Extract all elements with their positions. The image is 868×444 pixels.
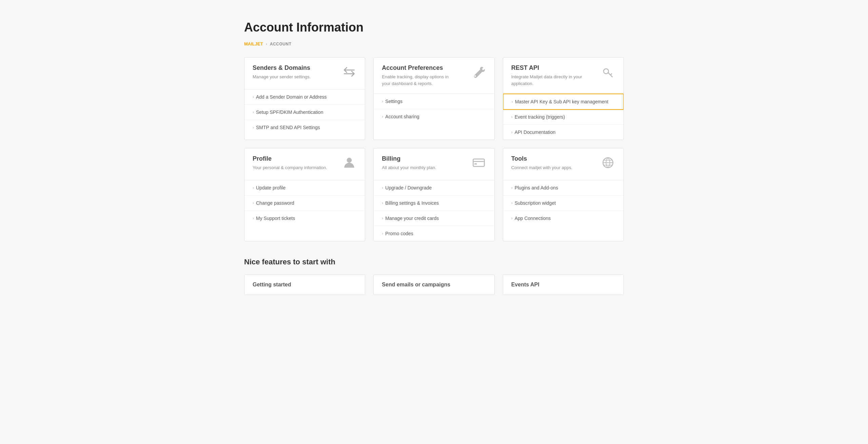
card-header-text-senders-domains: Senders & DomainsManage your sender sett… (253, 64, 311, 80)
card-item-tools-1[interactable]: ›Subscription widget (503, 196, 624, 211)
chevron-icon: › (511, 130, 513, 135)
card-description-billing: All about your monthly plan. (382, 164, 436, 171)
card-title-profile: Profile (253, 155, 327, 162)
card-title-account-preferences: Account Preferences (382, 64, 456, 72)
features-section-title: Nice features to start with (244, 258, 624, 266)
card-header-text-billing: BillingAll about your monthly plan. (382, 155, 436, 171)
card-title-senders-domains: Senders & Domains (253, 64, 311, 72)
card-item-label: Update profile (256, 185, 285, 190)
card-item-label: Add a Sender Domain or Address (256, 94, 327, 100)
breadcrumb-separator: › (266, 41, 267, 46)
chevron-icon: › (511, 201, 513, 205)
card-item-label: Settings (385, 99, 402, 104)
bottom-card-title-2: Events API (511, 282, 615, 288)
card-item-profile-1[interactable]: ›Change password (244, 196, 365, 211)
card-title-tools: Tools (511, 155, 573, 162)
breadcrumb-current: ACCOUNT (270, 42, 292, 46)
bottom-card-title-1: Send emails or campaigns (382, 282, 486, 288)
card-item-label: App Connections (515, 216, 551, 221)
card-header-account-preferences: Account PreferencesEnable tracking, disp… (374, 58, 494, 94)
card-header-text-tools: ToolsConnect mailjet with your apps. (511, 155, 573, 171)
card-icon-profile (342, 155, 357, 173)
card-item-label: Master API Key & Sub API key management (515, 99, 608, 104)
card-header-rest-api: REST APIIntegrate Mailjet data directly … (503, 58, 624, 94)
chevron-icon: › (382, 99, 383, 104)
card-icon-account-preferences (471, 64, 486, 82)
chevron-icon: › (382, 201, 383, 205)
card-item-senders-domains-0[interactable]: ›Add a Sender Domain or Address (244, 89, 365, 105)
card-header-profile: ProfileYour personal & company informati… (244, 148, 365, 180)
bottom-card-2: Events API (503, 275, 624, 295)
bottom-card-0: Getting started (244, 275, 365, 295)
card-item-account-preferences-1[interactable]: ›Account sharing (374, 109, 494, 124)
chevron-icon: › (511, 115, 513, 119)
chevron-icon: › (382, 231, 383, 236)
card-item-profile-2[interactable]: ›My Support tickets (244, 211, 365, 226)
card-item-label: Setup SPF/DKIM Authentication (256, 109, 323, 115)
card-item-tools-0[interactable]: ›Plugins and Add-ons (503, 180, 624, 196)
card-header-text-profile: ProfileYour personal & company informati… (253, 155, 327, 171)
card-item-label: Billing settings & Invoices (385, 200, 439, 206)
chevron-icon: › (382, 216, 383, 221)
card-item-label: Manage your credit cards (385, 216, 439, 221)
card-rest-api: REST APIIntegrate Mailjet data directly … (503, 57, 624, 140)
card-item-label: Change password (256, 200, 294, 206)
chevron-icon: › (382, 114, 383, 119)
card-icon-rest-api (600, 64, 615, 82)
card-item-billing-0[interactable]: ›Upgrade / Downgrade (374, 180, 494, 196)
card-description-rest-api: Integrate Mailjet data directly in your … (511, 74, 586, 87)
breadcrumb-mailjet[interactable]: MAILJET (244, 41, 263, 46)
card-item-account-preferences-0[interactable]: ›Settings (374, 94, 494, 109)
bottom-grid: Getting startedSend emails or campaignsE… (244, 275, 624, 295)
card-item-label: SMTP and SEND API Settings (256, 125, 320, 130)
svg-rect-4 (474, 163, 477, 165)
chevron-icon: › (253, 110, 254, 115)
chevron-icon: › (382, 185, 383, 190)
card-item-label: Event tracking (triggers) (515, 114, 565, 120)
page-container: Account Information MAILJET › ACCOUNT Se… (231, 0, 637, 315)
card-item-senders-domains-1[interactable]: ›Setup SPF/DKIM Authentication (244, 105, 365, 120)
bottom-card-1: Send emails or campaigns (373, 275, 494, 295)
card-item-label: Plugins and Add-ons (515, 185, 558, 190)
card-icon-tools (600, 155, 615, 173)
card-icon-billing (471, 155, 486, 173)
card-item-rest-api-2[interactable]: ›API Documentation (503, 125, 624, 140)
card-profile: ProfileYour personal & company informati… (244, 148, 365, 241)
card-item-label: Account sharing (385, 114, 419, 119)
page-title: Account Information (244, 20, 624, 35)
card-item-label: Upgrade / Downgrade (385, 185, 432, 190)
card-item-label: Promo codes (385, 231, 413, 236)
card-description-senders-domains: Manage your sender settings. (253, 74, 311, 80)
card-item-label: API Documentation (515, 129, 556, 135)
card-item-profile-0[interactable]: ›Update profile (244, 180, 365, 196)
card-item-billing-2[interactable]: ›Manage your credit cards (374, 211, 494, 226)
card-account-preferences: Account PreferencesEnable tracking, disp… (373, 57, 494, 140)
card-item-billing-3[interactable]: ›Promo codes (374, 226, 494, 241)
bottom-card-title-0: Getting started (253, 282, 357, 288)
card-item-rest-api-1[interactable]: ›Event tracking (triggers) (503, 109, 624, 125)
chevron-icon: › (253, 125, 254, 130)
svg-rect-3 (473, 159, 484, 166)
card-header-text-rest-api: REST APIIntegrate Mailjet data directly … (511, 64, 586, 87)
chevron-icon: › (253, 185, 254, 190)
card-description-account-preferences: Enable tracking, display options in your… (382, 74, 456, 87)
chevron-icon: › (253, 216, 254, 221)
card-description-tools: Connect mailjet with your apps. (511, 164, 573, 171)
card-header-text-account-preferences: Account PreferencesEnable tracking, disp… (382, 64, 456, 87)
card-header-senders-domains: Senders & DomainsManage your sender sett… (244, 58, 365, 89)
card-billing: BillingAll about your monthly plan. ›Upg… (373, 148, 494, 241)
svg-point-2 (347, 158, 352, 163)
card-item-rest-api-0[interactable]: ›Master API Key & Sub API key management (503, 94, 624, 110)
card-title-rest-api: REST API (511, 64, 586, 72)
svg-point-0 (474, 75, 476, 77)
card-item-billing-1[interactable]: ›Billing settings & Invoices (374, 196, 494, 211)
card-item-tools-2[interactable]: ›App Connections (503, 211, 624, 226)
card-item-label: My Support tickets (256, 216, 295, 221)
chevron-icon: › (253, 201, 254, 205)
card-icon-senders-domains (342, 64, 357, 82)
chevron-icon: › (511, 185, 513, 190)
card-title-billing: Billing (382, 155, 436, 162)
card-item-senders-domains-2[interactable]: ›SMTP and SEND API Settings (244, 120, 365, 135)
card-senders-domains: Senders & DomainsManage your sender sett… (244, 57, 365, 140)
chevron-icon: › (511, 216, 513, 221)
